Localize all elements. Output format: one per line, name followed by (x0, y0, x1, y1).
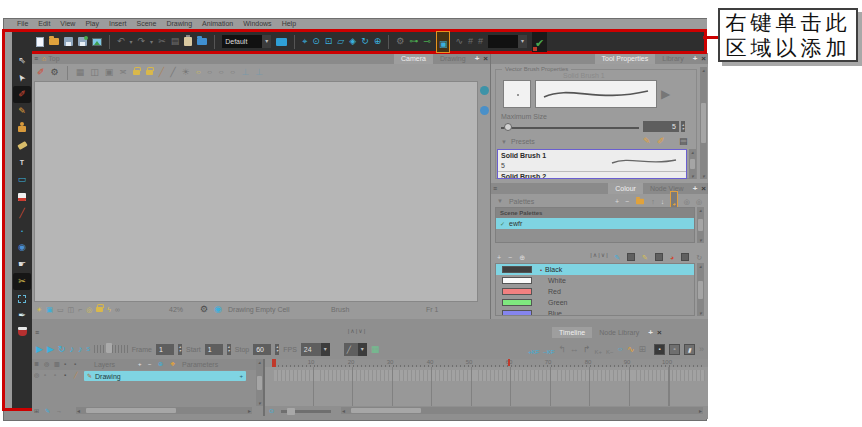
copy-icon[interactable]: ▤ (171, 37, 180, 46)
curve-editor-icon[interactable]: ∿ (455, 37, 463, 46)
add-palette-icon[interactable]: + (615, 198, 619, 205)
arrow-right-icon[interactable]: → (56, 408, 62, 414)
layers-hscrollbar[interactable]: ◂ ▸ (76, 407, 252, 414)
scroll-up-icon[interactable]: ▴ (699, 207, 702, 213)
colour-splitter[interactable]: |∧|∨| (491, 243, 708, 251)
trash-icon[interactable]: ▥ (54, 361, 60, 367)
status-light-icon[interactable]: ☀ (36, 306, 42, 313)
zoom-level[interactable]: 42% (169, 306, 183, 313)
split-view-icon[interactable]: ◫ (90, 68, 99, 77)
onion-prev-icon[interactable]: ○ (207, 70, 212, 75)
presets-collapse-icon[interactable]: ▼ (501, 139, 507, 145)
workspace-combobox[interactable]: Default ▾ (222, 35, 271, 48)
swatch-scrollbar[interactable]: ▴ ▾ (697, 263, 704, 316)
add-drawing-layer-icon[interactable]: ⊕ (158, 361, 163, 367)
slider-handle[interactable] (504, 123, 512, 131)
canvas-side-button-1[interactable] (480, 86, 489, 95)
max-size-slider[interactable] (501, 127, 639, 129)
status-lock-icon[interactable] (96, 307, 103, 312)
lock-col-icon[interactable]: ▪ (64, 361, 66, 367)
scroll-thumb[interactable] (701, 103, 706, 143)
add-peg-icon[interactable]: ⊶ (409, 37, 418, 46)
frame-ruler[interactable]: 10 20 30 40 50 60 70 80 90 100 (265, 359, 708, 367)
tab-camera[interactable]: Camera (394, 53, 433, 64)
paint-tool-button[interactable] (13, 188, 31, 205)
align-bottom-icon[interactable]: ⊥ (255, 68, 263, 77)
preset-item-selected[interactable]: Solid Brush 1 5 (498, 150, 686, 172)
cut-icon[interactable]: ✂ (158, 37, 166, 46)
paint-colour-icon[interactable]: ✎ (642, 254, 648, 261)
undo-caret-icon[interactable]: ▾ (130, 39, 133, 45)
rectangle-tool-button[interactable]: ▭ (13, 171, 31, 188)
status-corner-icon[interactable]: ⌐ (78, 306, 82, 313)
rigging-icon[interactable]: ⚙ (396, 37, 404, 46)
scroll-left-icon[interactable]: ◂ (342, 408, 345, 414)
layer-lock-icon[interactable]: ▫ (54, 372, 56, 378)
grid-a-icon[interactable]: # (468, 37, 473, 46)
menu-windows[interactable]: Windows (238, 19, 276, 29)
eraser-tool-button[interactable] (13, 137, 31, 154)
close-view-icon[interactable]: × (699, 184, 708, 193)
swatch-row-green[interactable]: Green (496, 297, 694, 308)
translate-tool-icon[interactable]: ⌖ (302, 37, 307, 46)
status-link-icon[interactable]: ∞ (115, 306, 120, 313)
paint-colour-swatch[interactable] (655, 253, 663, 261)
set-key-exposure-button[interactable]: K+ (594, 340, 602, 358)
status-person-icon[interactable]: ▣ (46, 306, 53, 313)
remove-key-exposure-button[interactable]: K− (606, 340, 614, 358)
menu-animation[interactable]: Animation (197, 19, 238, 29)
frame-cells[interactable] (265, 367, 708, 406)
remove-layer-icon[interactable]: − (148, 361, 152, 367)
layer-visible-icon[interactable]: ▪ (64, 372, 66, 378)
onion-skin-icon[interactable]: ○ (617, 346, 622, 351)
dot-tool-button[interactable]: • (13, 222, 31, 239)
layer-rename-icon[interactable]: ◎ (34, 372, 39, 378)
ease-caret-icon[interactable]: ▾ (358, 343, 367, 356)
expand-range-icon[interactable]: ↔ (570, 345, 579, 354)
scroll-down-icon[interactable]: ▾ (691, 173, 694, 179)
add-keyframe-button[interactable]: +KF (528, 340, 539, 358)
canvas-side-button-2[interactable] (480, 106, 489, 115)
select-tool-button[interactable]: ⇖ (13, 52, 31, 69)
panel-scrollbar[interactable]: ▴ ▾ (700, 67, 707, 179)
line-colour-icon[interactable]: ✎ (614, 254, 620, 261)
marquee-tool-button[interactable] (13, 290, 31, 307)
scroll-down-icon[interactable]: ▾ (702, 173, 705, 179)
layer-colour-icon[interactable]: ╱ (74, 372, 78, 378)
library-folder-icon[interactable] (197, 38, 207, 45)
menu-play[interactable]: Play (80, 19, 104, 29)
lock-add-icon[interactable] (146, 70, 153, 75)
line-colour-swatch[interactable] (627, 253, 635, 261)
move-up-icon[interactable]: ↑ (651, 198, 655, 205)
scroll-up-icon[interactable]: ▴ (258, 359, 261, 365)
scroll-thumb[interactable] (690, 159, 695, 169)
palette-option-a-icon[interactable]: ◎ (684, 198, 690, 205)
dropper-tool-button[interactable]: ✒ (13, 307, 31, 324)
scroll-up-icon[interactable]: ▴ (699, 263, 702, 269)
scroll-right-icon[interactable]: ▸ (248, 408, 251, 414)
scroll-down-icon[interactable]: ▾ (699, 310, 702, 316)
stamp-tool-button[interactable] (13, 120, 31, 137)
add-view-icon[interactable]: + (473, 54, 482, 63)
empty-combobox-caret-icon[interactable]: ▾ (518, 35, 527, 48)
thumbnail-icon[interactable]: ▦ (371, 345, 380, 354)
safe-area-icon[interactable]: ≍ (119, 68, 127, 77)
swatch-row-red[interactable]: Red (496, 286, 694, 297)
transform-tool-icon[interactable]: ↻ (361, 37, 369, 46)
update-preset-icon[interactable]: ✐ (657, 137, 665, 146)
tab-timeline[interactable]: Timeline (552, 327, 592, 338)
scroll-thumb[interactable] (351, 408, 421, 413)
step-down-icon[interactable]: ▾ (682, 127, 684, 131)
brush-tool-button[interactable]: ✐ (13, 86, 31, 103)
frame-field[interactable]: 1 (156, 344, 174, 355)
line-art-icon[interactable]: ╱ (159, 68, 164, 77)
step-down-icon[interactable]: ▾ (179, 349, 181, 353)
layer-bar[interactable]: ✎ Drawing + (84, 371, 246, 381)
new-preset-icon[interactable]: ✎ (643, 137, 651, 146)
scroll-thumb[interactable] (698, 281, 703, 299)
toggle-data-button[interactable]: ▮ (684, 344, 695, 355)
open-scene-icon[interactable] (49, 38, 59, 45)
status-gear-icon[interactable]: ⚙ (200, 305, 208, 314)
start-field[interactable]: 1 (205, 344, 223, 355)
frames-hscrollbar[interactable]: ◂ ▸ (341, 407, 703, 414)
